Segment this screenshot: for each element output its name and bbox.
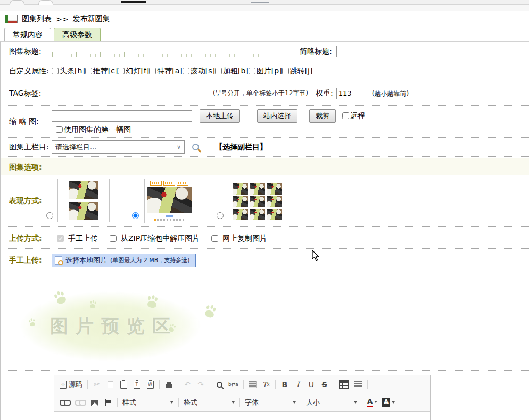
attr-scroll-checkbox[interactable] <box>183 68 189 74</box>
file-picker-icon <box>55 256 62 265</box>
use-first-image-checkbox[interactable] <box>56 126 63 133</box>
gallery-title-input[interactable] <box>52 46 264 57</box>
tab-normal-content[interactable]: 常规内容 <box>4 28 51 41</box>
manual-upload-label: 手工上传: <box>9 256 52 265</box>
replace-icon[interactable]: b⇄a <box>228 380 238 389</box>
anchor-flag-icon[interactable] <box>104 398 112 407</box>
sub-category-link[interactable]: 【选择副栏目】 <box>215 142 267 152</box>
image-icon[interactable] <box>90 398 99 407</box>
row-thumbnail: 缩 略 图: 本地上传 站内选择 裁剪 远程 使用图集的第一幅图 <box>1 106 529 138</box>
tag-label: TAG标签: <box>9 89 52 98</box>
upload-manual-checkbox[interactable] <box>57 235 64 242</box>
tab-advanced-params[interactable]: 高级参数 <box>54 28 101 41</box>
print-icon[interactable] <box>164 380 173 389</box>
row-custom-attributes: 自定义属性: 头条[h] 推荐[c] 幻灯[f] 特荐[a] 滚动[s] 加粗[… <box>1 61 529 81</box>
display-mode-grid-radio[interactable] <box>217 212 224 219</box>
font-dropdown[interactable]: 字体 <box>245 398 296 407</box>
toolbar-separator <box>159 380 160 389</box>
short-title-input[interactable] <box>336 46 420 57</box>
upload-web-copy-checkbox[interactable] <box>211 235 218 242</box>
thumbnail-image <box>250 183 265 195</box>
background-color-button[interactable]: A <box>382 398 395 407</box>
row-display-mode: 表现方式: <box>1 175 529 227</box>
category-search-icon[interactable] <box>192 144 199 150</box>
thumbnail-image <box>267 183 282 195</box>
paste-icon[interactable] <box>119 380 128 389</box>
strikethrough-icon[interactable]: S <box>320 380 329 389</box>
select-all-icon[interactable] <box>249 380 257 389</box>
weight-input[interactable] <box>336 88 370 99</box>
row-gallery-title: 图集标题: 简略标题: <box>1 42 529 61</box>
attr-picture-checkbox[interactable] <box>249 68 255 74</box>
pick-local-images-button[interactable]: 选择本地图片 (单图最大为 2 MB，支持多选) <box>52 254 196 267</box>
editor-content-area[interactable] <box>54 411 430 420</box>
attr-jump-checkbox[interactable] <box>282 68 289 74</box>
preview-watermark-text: 图片预览区 <box>43 314 178 339</box>
copy-icon[interactable] <box>106 380 114 389</box>
remote-checkbox[interactable] <box>342 112 349 119</box>
underline-icon[interactable]: U <box>307 380 316 389</box>
text-color-button[interactable]: A <box>367 398 377 407</box>
main-category-select[interactable]: 请选择栏目... ∨ <box>52 140 185 154</box>
paste-text-icon[interactable]: T <box>133 380 141 389</box>
attr-slide[interactable]: 幻灯[f] <box>118 66 149 76</box>
upload-manual-option[interactable]: 手工上传 <box>57 234 98 243</box>
display-mode-slideshow-radio[interactable] <box>132 212 139 219</box>
horizontal-lines-icon[interactable] <box>354 380 362 389</box>
remote-option[interactable]: 远程 <box>342 111 365 121</box>
attr-bold[interactable]: 加粗[b] <box>215 66 249 76</box>
attr-headline[interactable]: 头条[h] <box>52 66 85 76</box>
styles-dropdown[interactable]: 样式 <box>122 398 173 407</box>
attr-special[interactable]: 特荐[a] <box>149 66 183 76</box>
slideshow-pagination <box>154 219 185 221</box>
toolbar-separator <box>275 380 276 389</box>
chevron-down-icon <box>354 401 357 404</box>
row-upload-mode: 上传方式: 手工上传 从ZIP压缩包中解压图片 网上复制图片 <box>1 229 529 249</box>
site-select-button[interactable]: 站内选择 <box>257 109 297 123</box>
upload-zip-option[interactable]: 从ZIP压缩包中解压图片 <box>110 234 200 243</box>
short-title-label: 简略标题: <box>300 47 332 56</box>
toolbar-separator <box>210 380 210 389</box>
bold-icon[interactable]: B <box>280 380 289 389</box>
display-mode-list-radio[interactable] <box>46 212 53 219</box>
upload-web-copy-option[interactable]: 网上复制图片 <box>211 234 267 243</box>
undo-icon[interactable]: ↶ <box>183 380 192 389</box>
unlink-icon[interactable] <box>75 398 86 407</box>
link-icon[interactable] <box>60 398 70 407</box>
toolbar-separator <box>334 380 334 389</box>
attr-slide-checkbox[interactable] <box>118 68 125 74</box>
display-mode-list-preview <box>57 179 110 222</box>
remove-format-icon[interactable]: Tx <box>262 380 270 389</box>
crop-button[interactable]: 裁剪 <box>309 109 336 123</box>
attr-recommend[interactable]: 推荐[c] <box>85 66 118 76</box>
breadcrumb-gallery-list-link[interactable]: 图集列表 <box>22 14 52 24</box>
use-first-image-option[interactable]: 使用图集的第一幅图 <box>56 125 365 135</box>
rich-text-editor: ‹› 源码 ✂ T W ↶ ↷ b⇄a <box>54 375 431 420</box>
attr-bold-checkbox[interactable] <box>215 68 222 74</box>
mouse-cursor <box>311 250 320 263</box>
table-icon[interactable] <box>339 380 349 389</box>
display-mode-slideshow-preview <box>144 179 194 223</box>
local-upload-button[interactable]: 本地上传 <box>200 109 240 123</box>
attr-special-checkbox[interactable] <box>149 68 156 74</box>
attr-picture[interactable]: 图片[p] <box>249 66 282 76</box>
toolbar-separator <box>87 380 88 389</box>
upload-zip-checkbox[interactable] <box>110 235 117 242</box>
source-button[interactable]: ‹› 源码 <box>60 380 82 389</box>
font-size-dropdown[interactable]: 大小 <box>306 398 357 407</box>
attr-recommend-checkbox[interactable] <box>85 68 92 74</box>
publish-gallery-page: 图集列表 >> 发布新图集 常规内容 高级参数 图集标题: 简略标题: 自定义属… <box>0 0 529 420</box>
attr-jump[interactable]: 跳转[j] <box>282 66 313 76</box>
thumbnail-input[interactable] <box>52 110 192 122</box>
cut-icon[interactable]: ✂ <box>93 380 101 389</box>
tag-input[interactable] <box>52 87 211 100</box>
italic-icon[interactable]: I <box>294 380 302 389</box>
find-icon[interactable] <box>215 380 224 389</box>
paste-word-icon[interactable]: W <box>146 380 154 389</box>
redo-icon[interactable]: ↷ <box>196 380 205 389</box>
toolbar-separator <box>367 380 368 389</box>
chevron-down-icon: ∨ <box>177 144 181 150</box>
format-dropdown[interactable]: 格式 <box>184 398 235 407</box>
attr-scroll[interactable]: 滚动[s] <box>183 66 215 76</box>
attr-headline-checkbox[interactable] <box>52 68 59 74</box>
